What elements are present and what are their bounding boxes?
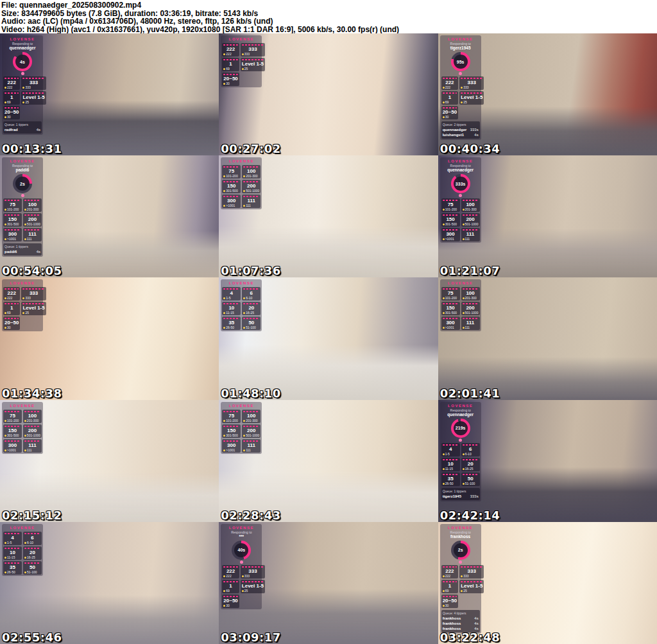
tip-range-label: 222 bbox=[4, 296, 19, 300]
chip-accent-bar bbox=[223, 581, 237, 582]
tip-amount: 10 bbox=[443, 461, 459, 467]
tip-chip: 111111 bbox=[23, 228, 42, 241]
chip-accent-bar bbox=[443, 78, 457, 79]
tip-chip: 333333 bbox=[459, 76, 484, 90]
tip-range-label: 222 bbox=[4, 85, 19, 89]
frame-timestamp: 01:07:36 bbox=[221, 264, 281, 277]
lovense-tip-overlay: LOVENSE Responding to quennaedger 333s 7… bbox=[440, 157, 481, 243]
tip-amount: 50 bbox=[24, 564, 40, 570]
chip-accent-bar bbox=[443, 459, 459, 460]
frame-timestamp: 01:34:38 bbox=[2, 387, 62, 400]
lovense-tip-overlay: LOVENSE Responding to frankhoss 2s 22222… bbox=[440, 524, 481, 634]
chip-accent-bar bbox=[223, 303, 239, 304]
tip-chip: 150301-500 bbox=[441, 213, 460, 227]
tip-range-label: 501-1000 bbox=[463, 222, 479, 226]
tip-chip: 2016-25 bbox=[242, 302, 260, 315]
lovense-brand-label: LOVENSE bbox=[441, 37, 480, 42]
tip-range-label: 501-1000 bbox=[24, 433, 40, 437]
tip-amount: 75 bbox=[443, 202, 459, 207]
tip-chip: 3526-50 bbox=[441, 473, 460, 486]
lovense-tip-overlay: LOVENSE Responding to *** 40s 2222223333… bbox=[221, 524, 262, 609]
tip-amount: 300 bbox=[443, 231, 459, 237]
chip-accent-bar bbox=[243, 303, 259, 304]
timer-ring-value: 219s bbox=[454, 421, 468, 435]
tip-range-label: 1-5 bbox=[223, 296, 239, 300]
tip-range-label: >1001 bbox=[4, 237, 21, 241]
tip-chip: 169 bbox=[441, 580, 458, 593]
tipper-queue-label: Queue: 4 tippers bbox=[443, 611, 479, 615]
tip-chip: Level 1-525 bbox=[21, 91, 46, 105]
tip-amount: 4 bbox=[4, 535, 21, 541]
chip-accent-bar bbox=[243, 166, 259, 168]
chip-accent-bar bbox=[443, 566, 457, 568]
tip-chip: 150301-500 bbox=[222, 180, 241, 193]
chip-accent-bar bbox=[4, 548, 21, 549]
tip-chip: 111111 bbox=[23, 439, 42, 453]
tip-amount: 150 bbox=[4, 428, 21, 433]
tipper-queue-panel: Queue: 1 tippers tigerz1945333s bbox=[441, 488, 480, 500]
video-thumbnail: LOVENSE Responding to quennaedger 219s 4… bbox=[438, 400, 657, 522]
chip-accent-bar bbox=[24, 562, 40, 564]
chip-accent-bar bbox=[242, 581, 264, 582]
video-thumbnail: LOVENSE 41-566-101011-152016-253526-5050… bbox=[219, 277, 438, 399]
frame-timestamp: 03:22:48 bbox=[440, 631, 500, 644]
tip-range-label: 25 bbox=[242, 67, 264, 71]
tip-amount: 300 bbox=[443, 320, 459, 326]
tip-chip: 169 bbox=[441, 91, 458, 105]
tip-range-label: 333 bbox=[22, 85, 44, 89]
tip-range-label: 1-5 bbox=[4, 541, 21, 544]
tip-range-label: 30 bbox=[223, 82, 237, 85]
tip-chip: 100201-300 bbox=[242, 165, 260, 178]
tip-amount: 222 bbox=[223, 46, 237, 52]
tip-amount: 1 bbox=[443, 583, 457, 589]
chip-accent-bar bbox=[24, 426, 40, 427]
tip-range-label: 51-100 bbox=[243, 326, 259, 329]
tip-chip: 169 bbox=[222, 58, 239, 71]
responding-username: tigerz1945 bbox=[441, 46, 480, 51]
tip-chip: 1011-15 bbox=[222, 302, 241, 315]
tip-chip: 41-5 bbox=[441, 443, 460, 457]
tipper-queue-panel: Queue: 2 tippers quennaedger333sluisheng… bbox=[441, 121, 480, 139]
lovense-brand-label: LOVENSE bbox=[222, 37, 260, 42]
tip-chip: 5051-100 bbox=[23, 561, 42, 575]
timer-ring: 2s bbox=[441, 541, 480, 560]
tipper-queue-panel: Queue: 1 tippers radfrad4s bbox=[3, 121, 42, 134]
tip-range-label: 501-1000 bbox=[24, 222, 40, 226]
tip-chip: 3526-50 bbox=[222, 317, 241, 330]
tip-range-label: 333 bbox=[461, 85, 482, 89]
toy-status-dot bbox=[441, 194, 480, 197]
tip-amount: 333 bbox=[242, 46, 264, 52]
frame-timestamp: 00:27:02 bbox=[221, 142, 281, 155]
tip-amount: 300 bbox=[223, 442, 239, 448]
tip-amount: Level 1-5 bbox=[242, 583, 264, 589]
tip-range-label: 501-1000 bbox=[243, 433, 259, 437]
tip-chip: 100201-300 bbox=[461, 198, 480, 212]
tip-range-label: 51-100 bbox=[463, 482, 479, 485]
tip-chip: 300>1001 bbox=[3, 228, 22, 241]
lovense-tip-overlay: LOVENSE 41-566-101011-152016-253526-5050… bbox=[221, 279, 262, 331]
tip-amount: 20~50 bbox=[443, 598, 457, 604]
tip-amount: Level 1-5 bbox=[22, 94, 44, 100]
tip-range-label: 16-25 bbox=[243, 311, 259, 315]
tip-range-label: 25 bbox=[242, 589, 264, 593]
tip-range-label: 30 bbox=[443, 115, 457, 119]
tip-chip: Level 1-525 bbox=[459, 580, 484, 593]
tip-menu: 222222333333169Level 1-52520~5030 bbox=[441, 565, 480, 608]
tip-range-label: 26-50 bbox=[223, 326, 239, 329]
timer-ring-arc: 333s bbox=[451, 174, 470, 193]
tip-chip: 222222 bbox=[222, 43, 239, 57]
timer-ring: 4s bbox=[3, 52, 42, 71]
responding-username: paddi6 bbox=[3, 168, 42, 173]
video-thumbnail: LOVENSE 75101-200100201-300150301-500200… bbox=[0, 400, 219, 522]
tip-amount: Level 1-5 bbox=[242, 61, 264, 67]
tip-amount: 200 bbox=[24, 428, 40, 433]
tip-amount: 50 bbox=[463, 476, 479, 482]
frame-timestamp: 02:15:12 bbox=[2, 509, 62, 522]
responding-block: Responding to quennaedger bbox=[441, 164, 480, 173]
tip-chip: 300>1001 bbox=[222, 195, 241, 208]
tip-chip: 2016-25 bbox=[461, 458, 480, 471]
tip-amount: 1 bbox=[223, 583, 237, 589]
chip-accent-bar bbox=[243, 411, 259, 412]
timer-ring-arc: 2s bbox=[13, 174, 32, 193]
tip-range-label: 11-15 bbox=[443, 467, 459, 471]
